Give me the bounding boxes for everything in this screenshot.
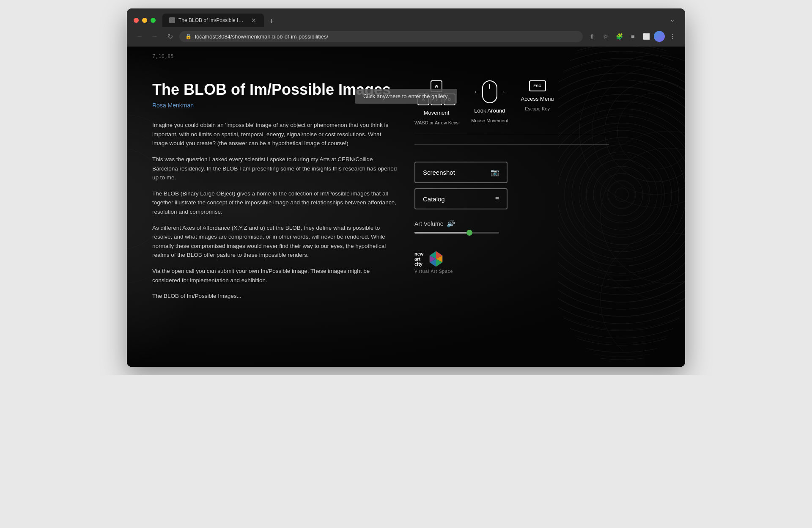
- volume-fill: [414, 232, 469, 234]
- tab-close-button[interactable]: ✕: [250, 17, 257, 24]
- right-arrow-icon: →: [500, 88, 506, 95]
- list-icon: ≡: [495, 195, 499, 203]
- screenshot-button[interactable]: Screenshot 📷: [414, 162, 508, 183]
- url-display: localhost:8084/show/menkman-blob-of-im-p…: [195, 33, 577, 40]
- mouse-icon: [482, 80, 497, 103]
- traffic-lights: [134, 18, 156, 23]
- access-menu-control: ESC Access Menu Escape Key: [521, 80, 554, 111]
- description-para-6: The BLOB of Im/Possible Images...: [152, 292, 398, 301]
- main-content: The BLOB of Im/Possible Images Rosa Menk…: [127, 47, 634, 324]
- look-around-label: Look Around: [474, 107, 505, 114]
- nac-subtitle: Virtual Art Space: [414, 269, 453, 274]
- screenshot-label: Screenshot: [423, 169, 455, 176]
- look-around-sublabel: Mouse Movement: [471, 118, 508, 123]
- reading-list-button[interactable]: ≡: [627, 30, 639, 42]
- nac-line2: art: [414, 256, 423, 261]
- close-button[interactable]: [134, 18, 139, 23]
- volume-text: Art Volume: [414, 220, 443, 227]
- title-bar: The BLOB of Im/Possible Imag… ✕ + ⌄: [127, 8, 685, 27]
- click-tooltip[interactable]: Click anywhere to enter the gallery.: [355, 89, 457, 104]
- maximize-button[interactable]: [151, 18, 156, 23]
- movement-sublabel: WASD or Arrow Keys: [414, 120, 458, 125]
- volume-section: Art Volume 🔊: [414, 220, 609, 234]
- reload-button[interactable]: ↻: [164, 30, 176, 42]
- tab-favicon: [169, 17, 175, 23]
- back-button[interactable]: ←: [134, 30, 145, 42]
- action-buttons: Screenshot 📷 Catalog ≡: [414, 162, 609, 209]
- page-content[interactable]: 7,10,85 Click anywhere to enter the gall…: [127, 47, 685, 367]
- nac-logo-inner: new art city: [414, 250, 444, 267]
- access-menu-sublabel: Escape Key: [525, 106, 550, 111]
- coordinates-display: 7,10,85: [152, 53, 174, 59]
- catalog-button[interactable]: Catalog ≡: [414, 188, 508, 209]
- volume-thumb[interactable]: [466, 230, 472, 236]
- forward-button[interactable]: →: [149, 30, 161, 42]
- left-panel: The BLOB of Im/Possible Images Rosa Menk…: [152, 80, 398, 308]
- nac-logo[interactable]: new art city: [414, 250, 609, 274]
- nac-line3: city: [414, 261, 423, 267]
- tabs-area: The BLOB of Im/Possible Imag… ✕ +: [162, 14, 667, 27]
- sidebar-button[interactable]: ⬜: [640, 30, 652, 42]
- movement-label: Movement: [424, 110, 450, 116]
- menu-button[interactable]: ⋮: [667, 30, 678, 42]
- controls-divider: [414, 144, 609, 145]
- active-tab[interactable]: The BLOB of Im/Possible Imag… ✕: [162, 14, 264, 27]
- new-tab-button[interactable]: +: [266, 15, 277, 27]
- browser-chrome: The BLOB of Im/Possible Imag… ✕ + ⌄ ← → …: [127, 8, 685, 47]
- browser-window: The BLOB of Im/Possible Imag… ✕ + ⌄ ← → …: [127, 8, 685, 367]
- right-panel: W A S D Movement WASD or Arrow Keys: [414, 80, 609, 308]
- address-bar[interactable]: 🔒 localhost:8084/show/menkman-blob-of-im…: [179, 31, 583, 42]
- description-para-4: As different Axes of Affordance (X,Y,Z a…: [152, 223, 398, 260]
- tab-strip-right: ⌄: [667, 14, 678, 27]
- camera-icon: 📷: [491, 168, 499, 176]
- tab-title: The BLOB of Im/Possible Imag…: [178, 17, 247, 23]
- address-bar-row: ← → ↻ 🔒 localhost:8084/show/menkman-blob…: [127, 27, 685, 47]
- description-para-2: This was the question I asked every scie…: [152, 155, 398, 182]
- tab-search-button[interactable]: ⌄: [667, 14, 678, 25]
- toolbar-right: ⇧ ☆ 🧩 ≡ ⬜ ⋮: [586, 30, 678, 42]
- nac-line1: new: [414, 251, 423, 256]
- nac-diamond-logo: [428, 250, 444, 267]
- volume-icon: 🔊: [447, 220, 455, 228]
- bookmark-button[interactable]: ☆: [600, 30, 612, 42]
- catalog-label: Catalog: [423, 195, 445, 203]
- description-para-1: Imagine you could obtain an 'impossible'…: [152, 121, 398, 148]
- volume-label: Art Volume 🔊: [414, 220, 609, 228]
- description-para-5: Via the open call you can submit your ow…: [152, 267, 398, 285]
- look-around-control: ← → Look Around Mouse Movement: [471, 80, 508, 123]
- volume-slider[interactable]: [414, 232, 499, 234]
- access-menu-label: Access Menu: [521, 96, 554, 102]
- nac-text-block: new art city: [414, 251, 423, 267]
- extensions-button[interactable]: 🧩: [613, 30, 625, 42]
- profile-button[interactable]: [654, 31, 665, 42]
- minimize-button[interactable]: [142, 18, 147, 23]
- description-para-3: The BLOB (Binary Large OBject) gives a h…: [152, 189, 398, 217]
- share-button[interactable]: ⇧: [586, 30, 598, 42]
- left-arrow-icon: ←: [474, 88, 480, 95]
- esc-key-graphic: ESC: [529, 80, 546, 91]
- security-icon: 🔒: [185, 33, 192, 39]
- mouse-graphic: ← →: [474, 80, 506, 103]
